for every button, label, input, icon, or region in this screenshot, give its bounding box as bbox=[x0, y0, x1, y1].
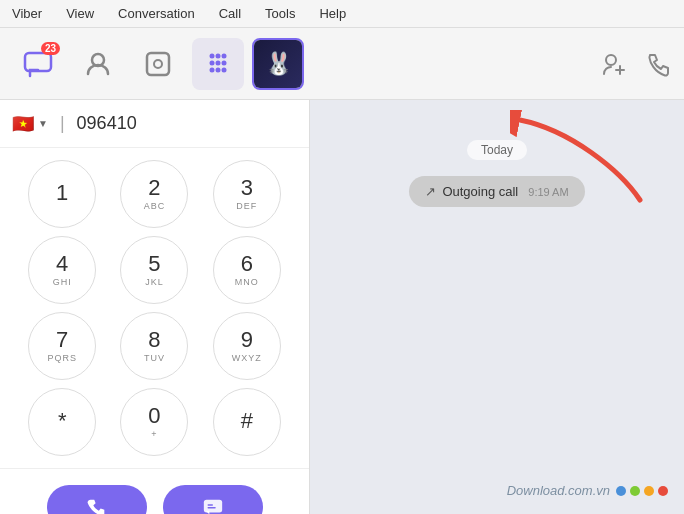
chat-badge: 23 bbox=[41, 42, 60, 55]
dial-key-8[interactable]: 8 TUV bbox=[120, 312, 188, 380]
menu-bar: Viber View Conversation Call Tools Help bbox=[0, 0, 684, 28]
toolbar-dialpad-button[interactable] bbox=[192, 38, 244, 90]
svg-point-5 bbox=[216, 53, 221, 58]
country-flag: 🇻🇳 bbox=[12, 113, 34, 135]
country-selector[interactable]: 🇻🇳 ▼ bbox=[12, 113, 48, 135]
dial-key-2[interactable]: 2 ABC bbox=[120, 160, 188, 228]
outgoing-call-icon: ↗ bbox=[425, 184, 436, 199]
avatar-image: 🐰 bbox=[254, 40, 302, 88]
outgoing-call-message: ↗ Outgoing call 9:19 AM bbox=[409, 176, 584, 207]
svg-rect-17 bbox=[207, 504, 213, 505]
send-message-button[interactable] bbox=[163, 485, 263, 514]
flag-divider: | bbox=[60, 113, 65, 134]
toolbar-stories-button[interactable] bbox=[132, 38, 184, 90]
action-buttons bbox=[0, 468, 309, 514]
menu-conversation[interactable]: Conversation bbox=[114, 4, 199, 23]
call-button[interactable] bbox=[644, 50, 672, 78]
svg-point-13 bbox=[606, 55, 616, 65]
menu-help[interactable]: Help bbox=[315, 4, 350, 23]
svg-point-10 bbox=[210, 67, 215, 72]
dial-key-5[interactable]: 5 JKL bbox=[120, 236, 188, 304]
add-contact-button[interactable] bbox=[600, 50, 628, 78]
svg-point-11 bbox=[216, 67, 221, 72]
dot-orange bbox=[644, 486, 654, 496]
dial-key-1[interactable]: 1 bbox=[28, 160, 96, 228]
country-arrow-icon: ▼ bbox=[38, 118, 48, 129]
dot-red bbox=[658, 486, 668, 496]
call-time: 9:19 AM bbox=[528, 186, 568, 198]
svg-point-3 bbox=[154, 60, 162, 68]
toolbar-right-actions bbox=[600, 50, 672, 78]
conversation-panel: Today ↗ Outgoing call 9:19 AM Download.c… bbox=[310, 100, 684, 514]
svg-point-12 bbox=[222, 67, 227, 72]
main-content: 🇻🇳 ▼ | ✕ 1 2 ABC 3 DEF 4 GHI bbox=[0, 100, 684, 514]
svg-rect-16 bbox=[203, 500, 221, 513]
dial-key-0[interactable]: 0 + bbox=[120, 388, 188, 456]
svg-rect-18 bbox=[207, 507, 215, 508]
svg-rect-0 bbox=[25, 53, 51, 71]
watermark-text: Download.com.vn bbox=[507, 483, 610, 498]
outgoing-call-label: Outgoing call bbox=[442, 184, 518, 199]
menu-call[interactable]: Call bbox=[215, 4, 245, 23]
dial-key-star[interactable]: * bbox=[28, 388, 96, 456]
watermark-dots bbox=[616, 486, 668, 496]
toolbar-contacts-button[interactable] bbox=[72, 38, 124, 90]
svg-rect-2 bbox=[147, 53, 169, 75]
dot-green bbox=[630, 486, 640, 496]
toolbar: 23 🐰 bbox=[0, 28, 684, 100]
make-call-button[interactable] bbox=[47, 485, 147, 514]
dial-key-3[interactable]: 3 DEF bbox=[213, 160, 281, 228]
svg-point-7 bbox=[210, 60, 215, 65]
dial-key-7[interactable]: 7 PQRS bbox=[28, 312, 96, 380]
svg-point-6 bbox=[222, 53, 227, 58]
dot-blue bbox=[616, 486, 626, 496]
dial-key-9[interactable]: 9 WXYZ bbox=[213, 312, 281, 380]
menu-viber[interactable]: Viber bbox=[8, 4, 46, 23]
menu-view[interactable]: View bbox=[62, 4, 98, 23]
dialpad-panel: 🇻🇳 ▼ | ✕ 1 2 ABC 3 DEF 4 GHI bbox=[0, 100, 310, 514]
svg-point-8 bbox=[216, 60, 221, 65]
dialpad-grid: 1 2 ABC 3 DEF 4 GHI 5 JKL 6 MNO bbox=[0, 148, 309, 468]
toolbar-avatar-button[interactable]: 🐰 bbox=[252, 38, 304, 90]
watermark: Download.com.vn bbox=[507, 483, 668, 498]
phone-input-row: 🇻🇳 ▼ | ✕ bbox=[0, 100, 309, 148]
dial-key-4[interactable]: 4 GHI bbox=[28, 236, 96, 304]
svg-point-4 bbox=[210, 53, 215, 58]
dial-key-6[interactable]: 6 MNO bbox=[213, 236, 281, 304]
dial-key-hash[interactable]: # bbox=[213, 388, 281, 456]
svg-point-9 bbox=[222, 60, 227, 65]
toolbar-chat-button[interactable]: 23 bbox=[12, 38, 64, 90]
phone-number-input[interactable] bbox=[77, 113, 309, 134]
menu-tools[interactable]: Tools bbox=[261, 4, 299, 23]
date-badge: Today bbox=[467, 140, 527, 160]
